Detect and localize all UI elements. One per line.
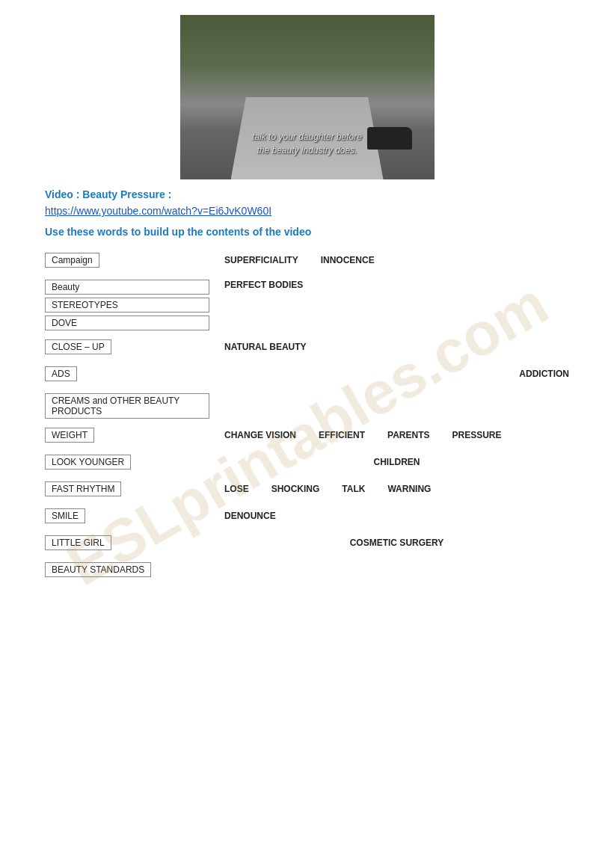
keyword-parents: PARENTS	[387, 430, 429, 440]
row-fast-rhythm: FAST RHYTHM LOSE SHOCKING TALK WARNING	[45, 481, 569, 502]
box-campaign[interactable]: Campaign	[45, 253, 99, 268]
row-creams: CREAMS and OTHER BEAUTY PRODUCTS	[45, 393, 569, 422]
keyword-change-vision: CHANGE VISION	[224, 430, 296, 440]
keyword-pressure: PRESSURE	[452, 430, 501, 440]
row-ads: ADS ADDICTION	[45, 366, 569, 387]
keyword-perfect-bodies: PERFECT BODIES	[224, 280, 303, 290]
keyword-efficient: EFFICIENT	[319, 430, 365, 440]
row-smile: SMILE DENOUNCE	[45, 508, 569, 529]
box-fast-rhythm[interactable]: FAST RHYTHM	[45, 481, 121, 496]
row-look-younger: LOOK YOUNGER CHILDREN	[45, 455, 569, 475]
video-thumbnail[interactable]: talk to your daughter before the beauty …	[180, 15, 435, 179]
row-closeup: CLOSE – UP NATURAL BEAUTY	[45, 339, 569, 360]
video-link[interactable]: https://www.youtube.com/watch?v=Ei6JvK0W…	[45, 205, 569, 217]
video-overlay-text: talk to your daughter before the beauty …	[252, 130, 362, 157]
video-label: Video : Beauty Pressure :	[45, 188, 569, 200]
row-beauty-standards: BEAUTY STANDARDS	[45, 562, 569, 583]
box-little-girl[interactable]: LITTLE GIRL	[45, 535, 111, 550]
box-weight[interactable]: WEIGHT	[45, 428, 94, 443]
video-container: talk to your daughter before the beauty …	[45, 15, 569, 179]
keyword-shocking: SHOCKING	[271, 484, 320, 494]
keyword-warning: WARNING	[387, 484, 431, 494]
box-smile[interactable]: SMILE	[45, 508, 85, 523]
row-campaign: Campaign SUPERFICIALITY INNOCENCE	[45, 253, 569, 274]
content-area: Campaign SUPERFICIALITY INNOCENCE Beauty…	[45, 253, 569, 701]
keyword-innocence: INNOCENCE	[321, 255, 375, 265]
keyword-lose: LOSE	[224, 484, 249, 494]
box-beauty[interactable]: Beauty	[45, 280, 209, 295]
keyword-talk: TALK	[342, 484, 365, 494]
box-beauty-standards[interactable]: BEAUTY STANDARDS	[45, 562, 151, 577]
instruction-text: Use these words to build up the contents…	[45, 226, 569, 238]
car-silhouette	[367, 127, 412, 150]
keyword-children: CHILDREN	[374, 457, 420, 467]
box-dove[interactable]: DOVE	[45, 316, 209, 330]
box-ads[interactable]: ADS	[45, 366, 77, 381]
row-beauty: Beauty STEREOTYPES DOVE PERFECT BODIES	[45, 280, 569, 333]
keyword-natural-beauty: NATURAL BEAUTY	[224, 342, 307, 352]
keyword-denounce: DENOUNCE	[224, 511, 276, 521]
keyword-cosmetic-surgery: COSMETIC SURGERY	[350, 538, 444, 548]
box-look-younger[interactable]: LOOK YOUNGER	[45, 455, 131, 470]
box-stereotypes[interactable]: STEREOTYPES	[45, 298, 209, 313]
row-little-girl: LITTLE GIRL COSMETIC SURGERY	[45, 535, 569, 556]
row-weight: WEIGHT CHANGE VISION EFFICIENT PARENTS P…	[45, 428, 569, 449]
keyword-superficiality: SUPERFICIALITY	[224, 255, 298, 265]
box-close-up[interactable]: CLOSE – UP	[45, 339, 111, 354]
keyword-addiction: ADDICTION	[519, 369, 569, 379]
box-creams[interactable]: CREAMS and OTHER BEAUTY PRODUCTS	[45, 393, 209, 419]
